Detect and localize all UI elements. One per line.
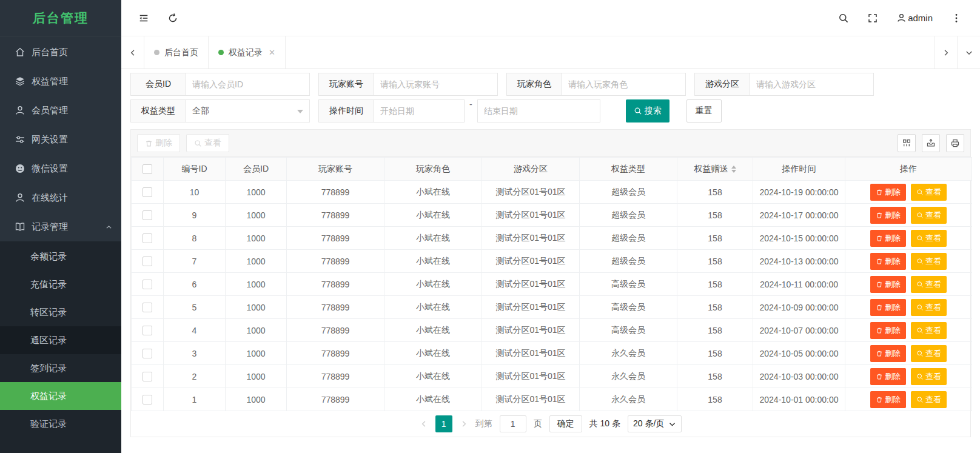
cell-type: 超级会员 — [580, 181, 677, 204]
row-view-button[interactable]: 查看 — [911, 184, 947, 201]
search-button[interactable]: 搜索 — [626, 99, 670, 122]
content: 会员ID 玩家账号 玩家角色 游戏分区 权益类型 全部 — [121, 69, 980, 453]
row-delete-button[interactable]: 删除 — [870, 184, 906, 201]
select-all-checkbox[interactable] — [143, 164, 152, 174]
search-icon[interactable] — [838, 13, 849, 24]
sidebar-subitem-转区记录[interactable]: 转区记录 — [0, 298, 121, 326]
row-delete-button[interactable]: 删除 — [870, 368, 906, 385]
search-icon — [916, 189, 924, 196]
cell-type: 超级会员 — [580, 227, 677, 250]
row-view-button[interactable]: 查看 — [911, 322, 947, 339]
more-vertical-icon[interactable] — [951, 13, 962, 24]
reset-button[interactable]: 重置 — [686, 99, 722, 122]
sidebar-subitem-通区记录[interactable]: 通区记录 — [0, 326, 121, 354]
sidebar-item-权益管理[interactable]: 权益管理 — [0, 67, 121, 96]
row-delete-button[interactable]: 删除 — [870, 345, 906, 362]
batch-delete-button[interactable]: 删除 — [137, 134, 180, 152]
column-header-权益赠送[interactable]: 权益赠送 — [677, 158, 753, 181]
confirm-page-button[interactable]: 确定 — [549, 415, 582, 432]
page-size-select[interactable]: 20 条/页 — [628, 415, 682, 432]
goto-page-input[interactable] — [500, 415, 526, 432]
row-view-label: 查看 — [925, 210, 941, 221]
row-view-button[interactable]: 查看 — [911, 368, 947, 385]
row-checkbox[interactable] — [143, 303, 152, 312]
current-page-button[interactable]: 1 — [435, 415, 452, 432]
row-checkbox[interactable] — [143, 233, 152, 243]
cell-type: 超级会员 — [580, 204, 677, 227]
row-delete-button[interactable]: 删除 — [870, 253, 906, 270]
row-checkbox-cell — [132, 342, 164, 365]
goto-suffix: 页 — [534, 418, 542, 429]
row-delete-button[interactable]: 删除 — [870, 322, 906, 339]
game-zone-input[interactable] — [750, 73, 874, 96]
sidebar-item-会员管理[interactable]: 会员管理 — [0, 96, 121, 125]
member-id-input[interactable] — [186, 73, 310, 96]
sort-icon[interactable] — [731, 166, 736, 173]
sidebar-subitem-权益记录[interactable]: 权益记录 — [0, 382, 121, 410]
tabs-scroll-right-button[interactable] — [934, 36, 957, 69]
row-delete-button[interactable]: 删除 — [870, 207, 906, 224]
sidebar-item-微信设置[interactable]: 微信设置 — [0, 154, 121, 183]
row-delete-button[interactable]: 删除 — [870, 391, 906, 408]
row-checkbox[interactable] — [143, 280, 152, 289]
cell-role: 小斌在线 — [384, 273, 482, 296]
sidebar-item-label: 后台首页 — [32, 47, 68, 58]
prev-page-button[interactable] — [420, 420, 428, 428]
row-checkbox[interactable] — [143, 349, 152, 358]
row-view-button[interactable]: 查看 — [911, 276, 947, 293]
next-page-button[interactable] — [460, 420, 468, 428]
row-checkbox[interactable] — [143, 210, 152, 220]
user-menu[interactable]: admin — [896, 13, 933, 23]
print-icon[interactable] — [946, 134, 964, 152]
sidebar-subitem-充值记录[interactable]: 充值记录 — [0, 270, 121, 298]
row-view-button[interactable]: 查看 — [911, 230, 947, 247]
row-checkbox[interactable] — [143, 372, 152, 381]
refresh-icon[interactable] — [167, 13, 178, 24]
sidebar-item-记录管理[interactable]: 记录管理 — [0, 212, 121, 241]
tab-权益记录[interactable]: 权益记录✕ — [209, 36, 286, 69]
cell-id: 2 — [164, 365, 226, 388]
tabs-menu-button[interactable] — [957, 36, 980, 69]
export-icon[interactable] — [922, 134, 940, 152]
row-checkbox[interactable] — [143, 187, 152, 197]
close-icon[interactable]: ✕ — [269, 48, 275, 57]
cell-role: 小斌在线 — [384, 250, 482, 273]
row-checkbox[interactable] — [143, 257, 152, 266]
sidebar-item-网关设置[interactable]: 网关设置 — [0, 125, 121, 154]
trash-icon — [876, 327, 883, 334]
table-row: 81000778899小斌在线测试分区01号01区超级会员1582024-10-… — [132, 227, 972, 250]
row-delete-button[interactable]: 删除 — [870, 230, 906, 247]
sidebar-submenu: 余额记录充值记录转区记录通区记录签到记录权益记录验证记录 — [0, 241, 121, 453]
start-date-input[interactable] — [374, 99, 465, 122]
sidebar-subitem-签到记录[interactable]: 签到记录 — [0, 354, 121, 382]
table-header-row: 编号ID会员ID玩家账号玩家角色游戏分区权益类型权益赠送操作时间操作 — [132, 158, 972, 181]
tabs-scroll-left-button[interactable] — [121, 36, 144, 69]
row-delete-button[interactable]: 删除 — [870, 299, 906, 316]
row-view-button[interactable]: 查看 — [911, 299, 947, 316]
row-view-label: 查看 — [925, 302, 941, 313]
fullscreen-icon[interactable] — [867, 13, 878, 24]
sidebar-subitem-余额记录[interactable]: 余额记录 — [0, 243, 121, 270]
row-checkbox[interactable] — [143, 395, 152, 404]
row-view-button[interactable]: 查看 — [911, 207, 947, 224]
player-account-input[interactable] — [374, 73, 498, 96]
cell-member_id: 1000 — [226, 365, 287, 388]
row-view-button[interactable]: 查看 — [911, 253, 947, 270]
sidebar-item-后台首页[interactable]: 后台首页 — [0, 38, 121, 67]
row-checkbox[interactable] — [143, 326, 152, 335]
row-view-button[interactable]: 查看 — [911, 391, 947, 408]
cell-member_id: 1000 — [226, 342, 287, 365]
user-icon — [15, 192, 25, 203]
sidebar-subitem-验证记录[interactable]: 验证记录 — [0, 410, 121, 438]
sidebar-item-在线统计[interactable]: 在线统计 — [0, 183, 121, 212]
row-delete-button[interactable]: 删除 — [870, 276, 906, 293]
batch-view-button[interactable]: 查看 — [186, 134, 229, 152]
collapse-sidebar-icon[interactable] — [138, 13, 149, 24]
player-role-input[interactable] — [562, 73, 686, 96]
cell-type: 超级会员 — [580, 250, 677, 273]
columns-icon[interactable] — [898, 134, 916, 152]
rights-type-select[interactable]: 全部 — [186, 99, 310, 122]
end-date-input[interactable] — [477, 99, 600, 122]
row-view-button[interactable]: 查看 — [911, 345, 947, 362]
tab-后台首页[interactable]: 后台首页 — [144, 36, 209, 69]
